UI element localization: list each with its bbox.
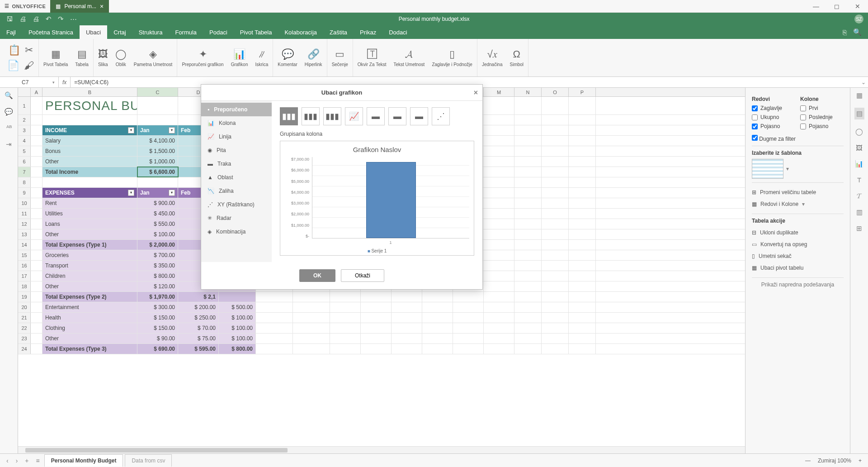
shape-settings-icon[interactable]: ◯ — [855, 128, 863, 136]
chart-category-linija[interactable]: 📈Linija — [201, 130, 272, 143]
slicing-button[interactable]: ▭Sečenje — [332, 48, 348, 67]
chart-button[interactable]: 📊Grafikon — [231, 48, 248, 67]
zoom-in-button[interactable]: + — [859, 457, 862, 464]
sheet-nav-prev[interactable]: ‹ — [4, 457, 11, 464]
col-header-A[interactable]: A — [31, 88, 42, 96]
menu-struktura[interactable]: Struktura — [132, 25, 169, 39]
textart-settings-icon[interactable]: 𝓣 — [857, 192, 862, 200]
maximize-button[interactable]: ◻ — [826, 0, 847, 13]
header-footer-button[interactable]: ▯Zaglavlje i Podnožje — [432, 48, 472, 67]
pivot-settings-icon[interactable]: ▥ — [856, 208, 863, 216]
cut-icon[interactable]: ✂ — [25, 44, 33, 56]
chart-type-100-bar[interactable]: ▬ — [410, 107, 428, 125]
pivot-table-button[interactable]: ▦Pivot Tabela — [43, 48, 68, 67]
insert-pivot-action[interactable]: ▦Ubaci pivot tabelu — [752, 262, 844, 274]
name-box[interactable]: C7 — [18, 77, 59, 87]
chart-type-stacked-bar[interactable]: ▬ — [388, 107, 406, 125]
dialog-cancel-button[interactable]: Otkaži — [341, 269, 384, 282]
sparkline-button[interactable]: ⫽Iskrica — [255, 48, 268, 67]
checkbox-ukupno[interactable]: Ukupno — [752, 114, 782, 120]
checkbox-zaglavlje[interactable]: Zaglavlje — [752, 105, 782, 111]
menu-crtaj[interactable]: Crtaj — [107, 25, 132, 39]
menu-fajl[interactable]: Fajl — [0, 25, 22, 39]
advanced-settings-link[interactable]: Prikaži napredna podešavanja — [752, 281, 844, 288]
chart-category-radar[interactable]: ✳Radar — [201, 211, 272, 225]
checkbox-pojasno[interactable]: Pojasno — [752, 123, 782, 129]
dialog-close-icon[interactable]: × — [474, 89, 478, 97]
chart-type-stacked-column[interactable]: ▮▮▮ — [302, 107, 320, 125]
comment-button[interactable]: 💬Komentar — [278, 48, 297, 67]
close-window-button[interactable]: ✕ — [847, 0, 868, 13]
dialog-ok-button[interactable]: OK — [299, 269, 335, 282]
col-header-N[interactable]: N — [514, 88, 542, 96]
col-header-P[interactable]: P — [569, 88, 596, 96]
menu-podaci[interactable]: Podaci — [203, 25, 234, 39]
format-painter-icon[interactable]: 🖌 — [24, 60, 34, 71]
expand-formula-icon[interactable]: ⌄ — [859, 79, 868, 86]
textart-button[interactable]: 𝓐Tekst Umetnost — [393, 48, 425, 67]
close-tab-icon[interactable]: × — [100, 3, 104, 10]
image-button[interactable]: 🖼Slika — [98, 48, 108, 67]
menu-kolaboracija[interactable]: Kolaboracija — [278, 25, 323, 39]
chart-type-scatter[interactable]: ⋰ — [432, 107, 450, 125]
chart-category-zaliha[interactable]: 📉Zaliha — [201, 184, 272, 198]
equation-button[interactable]: √𝑥Jednačina — [482, 48, 503, 67]
redo-icon[interactable]: ↷ — [58, 15, 64, 23]
hyperlink-button[interactable]: 🔗Hiperlink — [305, 48, 322, 67]
chart-settings-icon[interactable]: 📊 — [855, 160, 863, 168]
sheet-nav-next[interactable]: › — [13, 457, 21, 464]
checkbox-pojasno[interactable]: Pojasno — [800, 123, 833, 129]
menu-formula[interactable]: Formula — [169, 25, 203, 39]
slicer-settings-icon[interactable]: ⊞ — [856, 224, 862, 233]
comments-tool-icon[interactable]: 💬 — [5, 108, 13, 116]
convert-range-action[interactable]: ▭Konvertuj na opseg — [752, 238, 844, 250]
insert-slicer-action[interactable]: ▯Umetni sekač — [752, 250, 844, 262]
chart-category-preporu-eno[interactable]: ▪Preporučeno — [201, 103, 272, 116]
chart-category-pita[interactable]: ◉Pita — [201, 143, 272, 157]
menu-dodaci[interactable]: Dodaci — [382, 25, 413, 39]
smartart-button[interactable]: ◈Pametna Umetnost — [134, 48, 173, 67]
cell-settings-icon[interactable]: ▦ — [856, 91, 863, 100]
template-preview[interactable] — [752, 159, 783, 179]
shape-button[interactable]: ◯Oblik — [115, 48, 127, 67]
chart-category-traka[interactable]: ▬Traka — [201, 157, 272, 171]
fx-label[interactable]: fx — [59, 77, 71, 87]
chart-type-line[interactable]: 📈 — [345, 107, 363, 125]
chart-category-xy-ra-trkano-[interactable]: ⋰XY (Raštrkano) — [201, 198, 272, 211]
menu-ubaci[interactable]: Ubaci — [80, 25, 107, 39]
checkbox-poslednje[interactable]: Poslednje — [800, 114, 833, 120]
chart-type-clustered-column[interactable]: ▮▮▮ — [280, 107, 298, 125]
more-icon[interactable]: ⋯ — [70, 15, 77, 23]
search-icon[interactable]: 🔍 — [853, 28, 862, 36]
menu-zaštita[interactable]: Zaštita — [323, 25, 354, 39]
chart-category-kolona[interactable]: 📊Kolona — [201, 116, 272, 130]
rows-cols-action[interactable]: ▦Redovi i Kolone ▾ — [752, 198, 844, 210]
table-button[interactable]: ▤Tabela — [75, 48, 88, 67]
template-dropdown-icon[interactable]: ▾ — [786, 166, 789, 172]
chart-type-bar[interactable]: ▬ — [367, 107, 385, 125]
open-file-icon[interactable]: ⎘ — [843, 29, 847, 36]
paste-icon[interactable]: 📄 — [7, 60, 19, 71]
sheet-tab-other[interactable]: Data from csv — [125, 454, 172, 467]
spellcheck-tool-icon[interactable]: ᴬᴮ — [6, 124, 12, 132]
sheet-tab-active[interactable]: Personal Monthly Budget — [44, 454, 123, 467]
zoom-out-button[interactable]: — — [805, 457, 811, 464]
user-avatar[interactable]: SZ — [854, 14, 863, 24]
chart-category-oblast[interactable]: ▲Oblast — [201, 171, 272, 184]
quick-print-icon[interactable]: 🖨 — [33, 15, 39, 23]
col-header-M[interactable]: M — [484, 88, 514, 96]
zoom-level[interactable]: Zumiraj 100% — [818, 457, 851, 464]
filter-checkbox[interactable]: Dugme za filter — [752, 136, 796, 142]
save-icon[interactable]: 🖫 — [6, 15, 13, 23]
menu-početna-stranica[interactable]: Početna Stranica — [22, 25, 80, 39]
col-header-O[interactable]: O — [542, 88, 569, 96]
menu-prikaz[interactable]: Prikaz — [354, 25, 382, 39]
remove-duplicates-action[interactable]: ⊟Ukloni duplikate — [752, 227, 844, 238]
checkbox-prvi[interactable]: Prvi — [800, 105, 833, 111]
feedback-tool-icon[interactable]: ⇥ — [6, 140, 12, 148]
chart-type-100-column[interactable]: ▮▮▮ — [323, 107, 341, 125]
symbol-button[interactable]: ΩSimbol — [510, 48, 524, 67]
minimize-button[interactable]: — — [806, 0, 826, 13]
copy-icon[interactable]: 📋 — [8, 44, 20, 56]
print-icon[interactable]: 🖨 — [19, 15, 26, 23]
